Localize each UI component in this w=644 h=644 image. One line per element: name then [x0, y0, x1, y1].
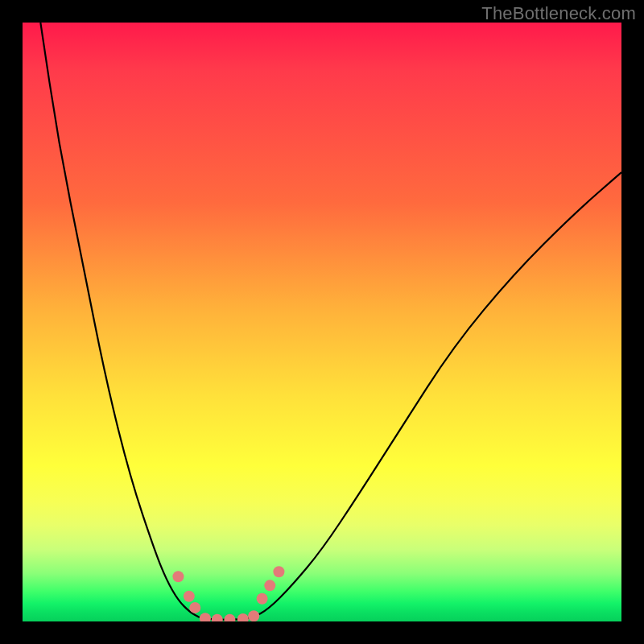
highlighted-points	[172, 566, 284, 621]
marker-dot	[224, 614, 235, 621]
marker-dot	[237, 613, 249, 621]
plot-area	[23, 23, 621, 621]
marker-dot	[264, 580, 275, 591]
curve-layer	[23, 23, 621, 621]
marker-dot	[200, 613, 211, 621]
marker-dot	[172, 571, 184, 582]
marker-dot	[257, 593, 268, 605]
marker-dot	[248, 610, 259, 621]
marker-dot	[189, 602, 200, 613]
marker-dot	[184, 591, 195, 602]
watermark-text: TheBottleneck.com	[481, 3, 636, 24]
marker-dot	[273, 566, 284, 577]
marker-dot	[212, 614, 223, 621]
curve-right-branch	[253, 172, 621, 617]
chart-frame: TheBottleneck.com	[0, 0, 644, 644]
curve-left-branch	[40, 23, 199, 617]
